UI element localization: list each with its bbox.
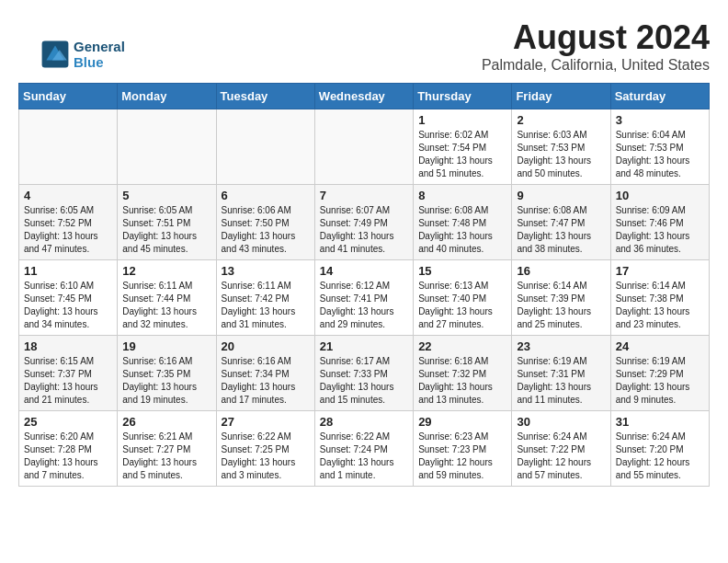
top-area: General Blue August 2024 Palmdale, Calif… (18, 18, 710, 74)
logo-icon (40, 40, 70, 69)
day-info: Sunrise: 6:02 AM Sunset: 7:54 PM Dayligh… (418, 129, 506, 180)
day-info: Sunrise: 6:21 AM Sunset: 7:27 PM Dayligh… (122, 431, 210, 482)
calendar-cell: 28Sunrise: 6:22 AM Sunset: 7:24 PM Dayli… (314, 411, 413, 487)
day-number: 26 (122, 415, 210, 429)
day-info: Sunrise: 6:19 AM Sunset: 7:31 PM Dayligh… (517, 355, 605, 407)
day-info: Sunrise: 6:17 AM Sunset: 7:33 PM Dayligh… (320, 355, 408, 407)
day-number: 1 (418, 113, 506, 127)
day-number: 18 (24, 339, 112, 353)
calendar-cell: 3Sunrise: 6:04 AM Sunset: 7:53 PM Daylig… (610, 109, 709, 185)
day-info: Sunrise: 6:12 AM Sunset: 7:41 PM Dayligh… (320, 280, 408, 331)
calendar-cell: 25Sunrise: 6:20 AM Sunset: 7:28 PM Dayli… (19, 411, 118, 487)
day-number: 8 (418, 189, 506, 202)
day-number: 10 (616, 189, 704, 202)
day-number: 31 (616, 415, 704, 429)
calendar-cell: 18Sunrise: 6:15 AM Sunset: 7:37 PM Dayli… (19, 336, 118, 411)
calendar-cell: 10Sunrise: 6:09 AM Sunset: 7:46 PM Dayli… (610, 185, 709, 260)
calendar-cell: 24Sunrise: 6:19 AM Sunset: 7:29 PM Dayli… (610, 336, 709, 411)
calendar-cell: 12Sunrise: 6:11 AM Sunset: 7:44 PM Dayli… (118, 260, 216, 336)
calendar-cell: 4Sunrise: 6:05 AM Sunset: 7:52 PM Daylig… (19, 185, 118, 260)
calendar-cell: 8Sunrise: 6:08 AM Sunset: 7:48 PM Daylig… (414, 185, 512, 260)
calendar-cell: 2Sunrise: 6:03 AM Sunset: 7:53 PM Daylig… (512, 109, 610, 185)
calendar-cell: 5Sunrise: 6:05 AM Sunset: 7:51 PM Daylig… (118, 185, 216, 260)
day-info: Sunrise: 6:09 AM Sunset: 7:46 PM Dayligh… (616, 204, 704, 256)
calendar-cell: 11Sunrise: 6:10 AM Sunset: 7:45 PM Dayli… (19, 260, 118, 336)
calendar-cell: 19Sunrise: 6:16 AM Sunset: 7:35 PM Dayli… (118, 336, 216, 411)
day-info: Sunrise: 6:11 AM Sunset: 7:42 PM Dayligh… (222, 280, 310, 331)
day-of-week-header: Saturday (610, 84, 709, 109)
day-info: Sunrise: 6:22 AM Sunset: 7:24 PM Dayligh… (320, 431, 408, 482)
day-of-week-header: Wednesday (314, 84, 413, 109)
day-info: Sunrise: 6:20 AM Sunset: 7:28 PM Dayligh… (24, 431, 112, 482)
day-number: 9 (517, 189, 605, 202)
day-number: 25 (24, 415, 112, 429)
day-info: Sunrise: 6:24 AM Sunset: 7:20 PM Dayligh… (616, 431, 704, 482)
day-info: Sunrise: 6:14 AM Sunset: 7:39 PM Dayligh… (517, 280, 605, 331)
day-number: 4 (24, 189, 112, 202)
day-number: 11 (24, 264, 112, 278)
day-info: Sunrise: 6:11 AM Sunset: 7:44 PM Dayligh… (122, 280, 210, 331)
calendar-cell: 1Sunrise: 6:02 AM Sunset: 7:54 PM Daylig… (414, 109, 512, 185)
day-number: 28 (320, 415, 408, 429)
day-number: 22 (418, 339, 506, 353)
day-info: Sunrise: 6:05 AM Sunset: 7:52 PM Dayligh… (24, 204, 112, 256)
day-number: 29 (418, 415, 506, 429)
calendar-cell: 15Sunrise: 6:13 AM Sunset: 7:40 PM Dayli… (414, 260, 512, 336)
day-info: Sunrise: 6:22 AM Sunset: 7:25 PM Dayligh… (222, 431, 310, 482)
calendar-cell: 23Sunrise: 6:19 AM Sunset: 7:31 PM Dayli… (512, 336, 610, 411)
day-info: Sunrise: 6:08 AM Sunset: 7:47 PM Dayligh… (517, 204, 605, 256)
logo: General Blue (40, 39, 125, 70)
day-number: 27 (222, 415, 310, 429)
day-info: Sunrise: 6:07 AM Sunset: 7:49 PM Dayligh… (320, 204, 408, 256)
day-info: Sunrise: 6:14 AM Sunset: 7:38 PM Dayligh… (616, 280, 704, 331)
day-number: 30 (517, 415, 605, 429)
day-info: Sunrise: 6:16 AM Sunset: 7:35 PM Dayligh… (122, 355, 210, 407)
day-number: 19 (122, 339, 210, 353)
day-number: 6 (222, 189, 310, 202)
calendar-cell: 21Sunrise: 6:17 AM Sunset: 7:33 PM Dayli… (314, 336, 413, 411)
calendar-header-row: SundayMondayTuesdayWednesdayThursdayFrid… (19, 84, 710, 109)
day-info: Sunrise: 6:04 AM Sunset: 7:53 PM Dayligh… (616, 129, 704, 180)
logo-text: General Blue (74, 39, 125, 70)
day-info: Sunrise: 6:19 AM Sunset: 7:29 PM Dayligh… (616, 355, 704, 407)
day-number: 15 (418, 264, 506, 278)
calendar-cell: 20Sunrise: 6:16 AM Sunset: 7:34 PM Dayli… (216, 336, 314, 411)
calendar-week-row: 4Sunrise: 6:05 AM Sunset: 7:52 PM Daylig… (19, 185, 710, 260)
calendar-cell: 14Sunrise: 6:12 AM Sunset: 7:41 PM Dayli… (314, 260, 413, 336)
day-info: Sunrise: 6:13 AM Sunset: 7:40 PM Dayligh… (418, 280, 506, 331)
day-info: Sunrise: 6:10 AM Sunset: 7:45 PM Dayligh… (24, 280, 112, 331)
day-number: 14 (320, 264, 408, 278)
day-info: Sunrise: 6:05 AM Sunset: 7:51 PM Dayligh… (122, 204, 210, 256)
calendar-cell: 7Sunrise: 6:07 AM Sunset: 7:49 PM Daylig… (314, 185, 413, 260)
day-number: 2 (517, 113, 605, 127)
calendar-cell: 17Sunrise: 6:14 AM Sunset: 7:38 PM Dayli… (610, 260, 709, 336)
day-of-week-header: Monday (118, 84, 216, 109)
day-number: 24 (616, 339, 704, 353)
day-number: 5 (122, 189, 210, 202)
calendar-week-row: 1Sunrise: 6:02 AM Sunset: 7:54 PM Daylig… (19, 109, 710, 185)
calendar-cell: 26Sunrise: 6:21 AM Sunset: 7:27 PM Dayli… (118, 411, 216, 487)
calendar-cell: 9Sunrise: 6:08 AM Sunset: 7:47 PM Daylig… (512, 185, 610, 260)
calendar-cell (314, 109, 413, 185)
calendar-week-row: 11Sunrise: 6:10 AM Sunset: 7:45 PM Dayli… (19, 260, 710, 336)
day-number: 12 (122, 264, 210, 278)
day-number: 3 (616, 113, 704, 127)
calendar-cell: 16Sunrise: 6:14 AM Sunset: 7:39 PM Dayli… (512, 260, 610, 336)
calendar-cell: 13Sunrise: 6:11 AM Sunset: 7:42 PM Dayli… (216, 260, 314, 336)
day-number: 7 (320, 189, 408, 202)
day-info: Sunrise: 6:06 AM Sunset: 7:50 PM Dayligh… (222, 204, 310, 256)
calendar-cell (118, 109, 216, 185)
day-of-week-header: Thursday (414, 84, 512, 109)
day-info: Sunrise: 6:24 AM Sunset: 7:22 PM Dayligh… (517, 431, 605, 482)
calendar-cell: 29Sunrise: 6:23 AM Sunset: 7:23 PM Dayli… (414, 411, 512, 487)
day-of-week-header: Friday (512, 84, 610, 109)
calendar-week-row: 18Sunrise: 6:15 AM Sunset: 7:37 PM Dayli… (19, 336, 710, 411)
calendar-cell: 6Sunrise: 6:06 AM Sunset: 7:50 PM Daylig… (216, 185, 314, 260)
calendar-cell: 30Sunrise: 6:24 AM Sunset: 7:22 PM Dayli… (512, 411, 610, 487)
day-number: 23 (517, 339, 605, 353)
day-info: Sunrise: 6:03 AM Sunset: 7:53 PM Dayligh… (517, 129, 605, 180)
calendar-cell (216, 109, 314, 185)
day-info: Sunrise: 6:23 AM Sunset: 7:23 PM Dayligh… (418, 431, 506, 482)
day-number: 16 (517, 264, 605, 278)
day-number: 17 (616, 264, 704, 278)
